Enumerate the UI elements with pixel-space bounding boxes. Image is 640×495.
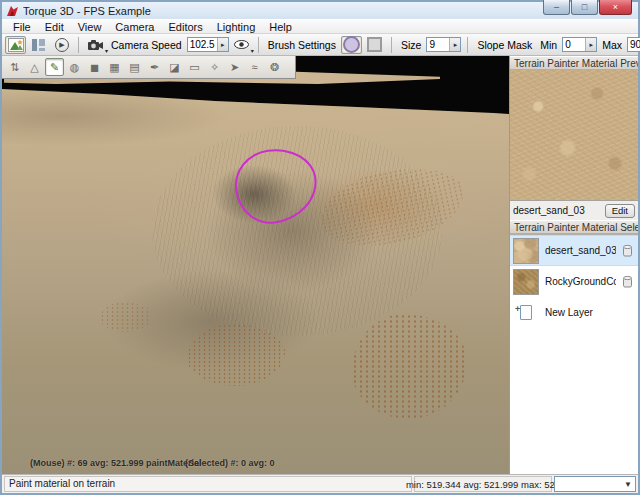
slope-min-input[interactable]: 0 ▸ xyxy=(562,37,597,52)
layer-item-new-layer[interactable]: + New Layer xyxy=(510,297,638,328)
layer-item-rocky-ground[interactable]: RockyGroundCover xyxy=(510,266,638,297)
chevron-down-icon: ▾ xyxy=(251,47,254,54)
camera-speed-input[interactable]: 102.5 ▸ xyxy=(187,37,229,52)
menu-view[interactable]: View xyxy=(71,20,109,34)
wheel-tool[interactable]: ❂ xyxy=(265,58,284,76)
eye-icon xyxy=(234,40,249,49)
status-dropdown[interactable]: ▼ xyxy=(554,476,636,492)
title-bar[interactable]: Torque 3D - FPS Example – □ × xyxy=(2,2,638,19)
edit-material-button[interactable]: Edit xyxy=(605,204,635,218)
camera-menu-button[interactable]: ▾ xyxy=(85,36,106,54)
landscape-icon xyxy=(8,38,24,52)
trash-icon[interactable] xyxy=(622,275,633,288)
play-button[interactable]: ▶ xyxy=(51,36,72,54)
layer-name: desert_sand_03 xyxy=(545,245,616,256)
minimize-button[interactable]: – xyxy=(543,0,570,15)
material-name-row: desert_sand_03 Edit xyxy=(510,201,638,220)
material-selector-header: Terrain Painter Material Selector xyxy=(510,220,638,234)
circle-brush-icon xyxy=(343,36,360,53)
paint-brush-tool[interactable]: ✎ xyxy=(45,58,64,76)
brush-size-value: 9 xyxy=(427,39,449,50)
window-title: Torque 3D - FPS Example xyxy=(23,5,151,17)
grab-terrain-tool[interactable]: ⇅ xyxy=(5,58,24,76)
play-icon: ▶ xyxy=(55,38,69,52)
terrain-height-stats: min: 519.344 avg: 521.999 max: 523 xyxy=(414,476,552,492)
new-layer-icon: + xyxy=(513,300,539,326)
app-logo-icon xyxy=(6,5,19,17)
status-bar: Paint material on terrain min: 519.344 a… xyxy=(2,474,638,493)
close-button[interactable]: × xyxy=(599,0,632,15)
spinner-icon[interactable]: ▸ xyxy=(217,38,228,51)
brush-settings-label: Brush Settings xyxy=(268,39,336,51)
separator xyxy=(391,37,392,53)
layer-name: RockyGroundCover xyxy=(545,276,616,287)
mouse-stats-readout: (Mouse) #: 69 avg: 521.999 paintMaterial xyxy=(30,458,202,468)
separator xyxy=(258,37,259,53)
smooth-height-tool[interactable]: ◍ xyxy=(65,58,84,76)
curve-tool[interactable]: ≈ xyxy=(245,58,264,76)
menu-camera[interactable]: Camera xyxy=(108,20,161,34)
chevron-down-icon: ▼ xyxy=(624,480,632,489)
window-controls: – □ × xyxy=(542,0,632,15)
square-brush-icon xyxy=(367,37,382,52)
smooth-slope-tool[interactable]: ✒ xyxy=(145,58,164,76)
round-brush-button[interactable] xyxy=(341,36,362,54)
slope-min-value: 0 xyxy=(563,39,585,50)
slope-mask-label: Slope Mask xyxy=(477,39,532,51)
soft-select-tool[interactable]: ✧ xyxy=(205,58,224,76)
layer-thumbnail xyxy=(513,269,539,295)
menu-bar: File Edit View Camera Editors Lighting H… xyxy=(2,19,638,34)
maximize-button[interactable]: □ xyxy=(571,0,598,15)
select-marquee-tool[interactable]: ▭ xyxy=(185,58,204,76)
brush-size-input[interactable]: 9 ▸ xyxy=(426,37,461,52)
material-preview-header: Terrain Painter Material Preview xyxy=(510,56,638,70)
set-height-tool[interactable]: ◼ xyxy=(85,58,104,76)
visibility-menu-button[interactable]: ▾ xyxy=(231,36,252,54)
columns-icon xyxy=(32,39,45,51)
material-name: desert_sand_03 xyxy=(513,205,605,216)
size-label: Size xyxy=(401,39,421,51)
chevron-down-icon: ▾ xyxy=(105,47,108,54)
material-layer-list: desert_sand_03 RockyGroundCover xyxy=(510,234,638,474)
terrain-viewport[interactable]: ⇅ △ ✎ ◍ ◼ ▦ ▤ ✒ ◪ ▭ ✧ ➤ ≈ ❂ (Mouse) #: 6… xyxy=(2,56,509,474)
flatten-tool[interactable]: ▤ xyxy=(125,58,144,76)
trash-icon[interactable] xyxy=(622,244,633,257)
paint-noise-tool[interactable]: ▦ xyxy=(105,58,124,76)
panels-button[interactable] xyxy=(28,36,49,54)
airbrush-tool[interactable]: ➤ xyxy=(225,58,244,76)
material-preview-image xyxy=(510,70,638,201)
slope-max-value: 90 xyxy=(628,39,640,50)
camera-icon xyxy=(88,40,103,50)
square-brush-button[interactable] xyxy=(364,36,385,54)
spinner-icon[interactable]: ▸ xyxy=(449,38,460,51)
menu-edit[interactable]: Edit xyxy=(38,20,71,34)
layer-item-desert-sand[interactable]: desert_sand_03 xyxy=(510,235,638,266)
separator xyxy=(78,37,79,53)
terrain-tool-palette: ⇅ △ ✎ ◍ ◼ ▦ ▤ ✒ ◪ ▭ ✧ ➤ ≈ ❂ xyxy=(2,56,296,79)
max-label: Max xyxy=(602,39,622,51)
app-window: Torque 3D - FPS Example – □ × File Edit … xyxy=(0,0,640,495)
terrain-painter-panel: Terrain Painter Material Preview desert_… xyxy=(509,56,638,474)
raise-height-tool[interactable]: △ xyxy=(25,58,44,76)
main-toolbar: ▶ ▾ Camera Speed 102.5 ▸ ▾ Brush Setting… xyxy=(2,34,638,56)
selected-stats-readout: (Selected) #: 0 avg: 0 xyxy=(185,458,275,468)
separator xyxy=(467,37,468,53)
menu-help[interactable]: Help xyxy=(262,20,299,34)
min-label: Min xyxy=(540,39,557,51)
camera-speed-label: Camera Speed xyxy=(111,39,182,51)
layer-thumbnail xyxy=(513,238,539,264)
clear-terrain-tool[interactable]: ◪ xyxy=(165,58,184,76)
menu-lighting[interactable]: Lighting xyxy=(210,20,263,34)
spinner-icon[interactable]: ▸ xyxy=(585,38,596,51)
slope-max-input[interactable]: 90 ▸ xyxy=(627,37,640,52)
scene-editor-button[interactable] xyxy=(5,36,26,54)
main-area: ⇅ △ ✎ ◍ ◼ ▦ ▤ ✒ ◪ ▭ ✧ ➤ ≈ ❂ (Mouse) #: 6… xyxy=(2,56,638,474)
menu-editors[interactable]: Editors xyxy=(161,20,209,34)
layer-name: New Layer xyxy=(545,307,635,318)
camera-speed-value: 102.5 xyxy=(188,39,217,50)
status-message: Paint material on terrain xyxy=(4,476,412,492)
menu-file[interactable]: File xyxy=(6,20,38,34)
